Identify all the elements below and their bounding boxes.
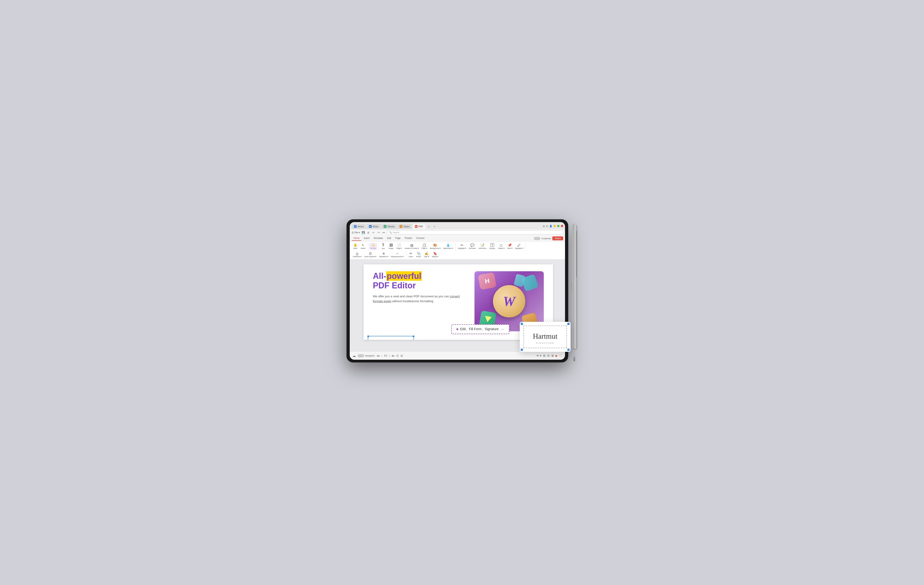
- sidebar-toggle-icon[interactable]: ⊞: [543, 225, 545, 227]
- nav-annotate-label: Annotate: [374, 237, 383, 239]
- annotate-icon: 💬: [470, 244, 474, 247]
- nav-page[interactable]: Page: [393, 236, 403, 241]
- tab-slides[interactable]: S Slides: [397, 224, 412, 229]
- fit-screen-icon[interactable]: ⊞: [543, 354, 545, 358]
- insert-symbol-icon: Ω: [369, 252, 371, 255]
- draw-tool[interactable]: ✏ Draw: [407, 251, 415, 258]
- save-icon[interactable]: 💾: [361, 231, 365, 234]
- handle-top-left[interactable]: [367, 335, 369, 337]
- select-tool[interactable]: ↖ Select: [360, 243, 367, 250]
- shape-tool[interactable]: ◻ Shape ▾: [497, 243, 506, 250]
- background-tool[interactable]: 🎨 Background ▾: [429, 243, 442, 250]
- sign-label: Sign ▾: [424, 255, 429, 258]
- tab-add-button[interactable]: +: [426, 224, 432, 229]
- floating-text: Edit、Fill Form、Signature: [460, 327, 499, 331]
- sheets-tab-label: Sheets: [388, 225, 394, 228]
- nav-last-btn[interactable]: ⏭: [392, 354, 394, 358]
- arrow-right: →: [501, 327, 504, 331]
- deco-pink-block: H: [478, 272, 497, 290]
- sig-card-handle-tr[interactable]: [568, 323, 570, 325]
- wps-coin: W: [493, 285, 525, 317]
- page2-tool[interactable]: 📋 Page ▾: [421, 243, 428, 250]
- pdf-tab-icon: PDF: [415, 225, 417, 228]
- user-icon[interactable]: 👤: [549, 225, 552, 227]
- text-tool[interactable]: T Text: [380, 243, 387, 250]
- highlight2-tool[interactable]: 🖊 Highlight ▾: [514, 243, 525, 250]
- cloud-icon[interactable]: ☁: [353, 354, 356, 358]
- fullscreen-icon[interactable]: ⛶: [559, 354, 562, 358]
- tab-pdf[interactable]: PDF PDF: [412, 224, 426, 229]
- more-icon[interactable]: •••: [382, 231, 386, 234]
- nav-home[interactable]: Home: [351, 236, 361, 241]
- select-icon: ↖: [362, 244, 365, 247]
- search-box: 🔍 Search: [387, 231, 563, 234]
- minimize-button[interactable]: [553, 225, 556, 227]
- signature-selection: James Bowie: [368, 336, 414, 340]
- deleteline-tool[interactable]: S Deleteline ▾: [378, 251, 389, 258]
- address-bar: ☰ File ▾ 💾 🖨 ↩ ↪ ••• 🔍 Search: [350, 229, 565, 236]
- image-tool[interactable]: 🖼 Image: [388, 243, 395, 250]
- tab-home[interactable]: ⌂ Home: [351, 224, 366, 229]
- underline-icon: U: [356, 252, 358, 255]
- print-icon[interactable]: 🖨: [366, 231, 371, 234]
- sig-card-handle-br[interactable]: [568, 349, 570, 351]
- page-tool[interactable]: 📄 Page ▾: [395, 243, 403, 250]
- nav-protect[interactable]: Protect: [403, 236, 414, 241]
- toolbar: ✋ Hand ↖ Select ✨ AI: [350, 241, 565, 259]
- underline-tool[interactable]: U Underline ▾: [351, 251, 363, 258]
- sig-card-handle-tl[interactable]: [521, 323, 523, 325]
- hand-tool[interactable]: ✋ Hand: [351, 243, 359, 250]
- insert-symbol-tool[interactable]: Ω Insert Symbol ▾: [363, 251, 378, 258]
- navigation-toggle[interactable]: [358, 354, 364, 358]
- nav-edit[interactable]: Edit: [385, 236, 393, 241]
- note-label: Note ▾: [507, 247, 512, 249]
- header-footer-tool[interactable]: ▤ Header & Footer ▾: [403, 243, 420, 250]
- nav-first-btn[interactable]: ⏮: [377, 354, 380, 358]
- sig-card-handle-bl[interactable]: [521, 349, 523, 351]
- draw-icon: ✏: [409, 252, 412, 255]
- textbox-tool[interactable]: T Textbox: [488, 242, 497, 250]
- eye-icon[interactable]: 👁 ▾: [536, 354, 541, 358]
- nav-annotate[interactable]: Annotate: [372, 236, 385, 241]
- writer-tab-label: Writer: [373, 225, 379, 228]
- sign-tool[interactable]: ✍ Sign ▾: [423, 251, 431, 258]
- watermark-tool[interactable]: 💧 Watermark ▾: [442, 243, 454, 250]
- scene: ⌂ Home W Writer S Sheets S: [346, 219, 578, 366]
- redo-icon[interactable]: ↪: [376, 231, 381, 234]
- cooperate-toggle[interactable]: Cooperate: [534, 237, 551, 240]
- tab-sheets[interactable]: S Sheets: [381, 224, 397, 229]
- nav-next-btn[interactable]: ›: [389, 354, 390, 358]
- nav-insert[interactable]: Insert: [362, 236, 371, 241]
- share-button[interactable]: Share: [552, 236, 563, 240]
- toolbar-nav: Home Insert Annotate Edit Page: [350, 236, 565, 241]
- window-controls: ⊞ ⊟ 👤: [543, 225, 563, 228]
- note-tool[interactable]: 📌 Note ▾: [506, 243, 513, 250]
- split-view2-icon[interactable]: ⊠: [551, 354, 554, 358]
- annex-tool[interactable]: 📎 Annex: [415, 251, 422, 258]
- tab-writer[interactable]: W Writer: [366, 224, 381, 229]
- nav-convert[interactable]: Convert: [414, 236, 426, 241]
- split-view-icon[interactable]: ⊟: [547, 354, 549, 358]
- highlight-tool[interactable]: ✏ Highlight ▾: [457, 243, 467, 250]
- annotate-tool[interactable]: 💬 Annotate: [467, 243, 477, 250]
- nav-edit-label: Edit: [387, 237, 391, 239]
- maximize-button[interactable]: [557, 225, 559, 227]
- handle-top-right[interactable]: [412, 335, 414, 337]
- nav-prev-btn[interactable]: ‹: [381, 354, 382, 358]
- tab-menu-button[interactable]: ▾: [432, 224, 437, 229]
- video-icon[interactable]: ▶: [556, 354, 558, 358]
- signature-card: Hartmut SIGNATURE: [520, 322, 571, 352]
- nav-home-label: Home: [353, 237, 360, 239]
- fit-width-icon[interactable]: ⊟: [401, 354, 403, 358]
- ai-text-tool[interactable]: ✨ AI Text: [370, 243, 377, 250]
- instruction-tool[interactable]: 📝 Instruction: [477, 243, 488, 250]
- stamp-tool[interactable]: 🔖 Stamp ▾: [431, 251, 440, 258]
- close-button[interactable]: [561, 225, 563, 227]
- grid-view-icon[interactable]: ⊟: [546, 225, 548, 227]
- replacements-tool[interactable]: ↔ Replacements ▾: [390, 251, 405, 258]
- menu-button[interactable]: ☰ File ▾: [351, 231, 360, 234]
- undo-icon[interactable]: ↩: [371, 231, 376, 234]
- pdf-body: We offer you a neat and clean PDF docume…: [373, 294, 467, 304]
- tabs-bar: ⌂ Home W Writer S Sheets S: [350, 222, 565, 229]
- fit-page-icon[interactable]: ⊡: [396, 354, 399, 358]
